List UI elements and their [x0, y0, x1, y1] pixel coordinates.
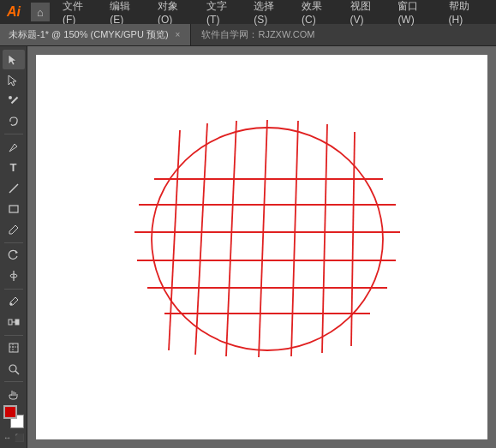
svg-line-27	[195, 123, 207, 355]
reset-colors-button[interactable]: ⬛	[15, 433, 25, 443]
menu-object[interactable]: 对象(O)	[152, 0, 199, 27]
selection-tool[interactable]	[3, 50, 25, 69]
separator-1	[4, 134, 23, 134]
svg-line-4	[15, 144, 17, 146]
drawing-canvas	[27, 46, 496, 448]
menu-view[interactable]: 视图(V)	[344, 0, 391, 27]
hand-tool[interactable]	[3, 385, 25, 404]
paintbrush-tool[interactable]	[3, 220, 25, 240]
svg-rect-14	[9, 343, 18, 352]
menu-bar: 文件(F) 编辑(E) 对象(O) 文字(T) 选择(S) 效果(C) 视图(V…	[57, 0, 489, 27]
active-tab[interactable]: 未标题-1* @ 150% (CMYK/GPU 预览) ×	[0, 24, 191, 45]
svg-point-19	[152, 128, 383, 350]
separator-4	[4, 335, 23, 336]
zoom-tool[interactable]	[3, 359, 25, 379]
left-toolbar: T	[0, 46, 27, 448]
svg-point-10	[9, 303, 12, 306]
menu-help[interactable]: 帮助(H)	[443, 0, 489, 27]
menu-effect[interactable]: 效果(C)	[296, 0, 342, 27]
svg-line-18	[15, 371, 19, 374]
tab-bar: 未标题-1* @ 150% (CMYK/GPU 预览) × 软件自学网：RJZX…	[0, 24, 496, 46]
svg-line-31	[322, 124, 327, 353]
tab-close-button[interactable]: ×	[174, 30, 182, 39]
svg-rect-11	[9, 320, 12, 325]
slice-tool[interactable]	[3, 338, 25, 358]
svg-marker-0	[9, 55, 16, 65]
ai-logo: Ai	[7, 4, 21, 20]
rotate-tool[interactable]	[3, 246, 25, 266]
svg-line-26	[169, 130, 180, 350]
menu-window[interactable]: 窗口(W)	[391, 0, 440, 27]
separator-2	[4, 242, 23, 243]
separator-5	[4, 381, 23, 382]
main-area: T	[0, 46, 496, 448]
separator-3	[4, 289, 23, 290]
blend-tool[interactable]	[3, 313, 25, 332]
menu-edit[interactable]: 编辑(E)	[104, 0, 150, 27]
svg-line-30	[291, 121, 298, 356]
svg-line-28	[226, 121, 236, 356]
home-button[interactable]: ⌂	[31, 3, 50, 21]
svg-rect-2	[10, 96, 17, 103]
menu-text[interactable]: 文字(T)	[200, 0, 246, 27]
svg-point-17	[9, 365, 16, 372]
color-selector[interactable]	[2, 405, 26, 428]
svg-marker-7	[15, 250, 18, 254]
width-tool[interactable]	[3, 266, 25, 286]
magic-wand-tool[interactable]	[3, 91, 25, 111]
menu-select[interactable]: 选择(S)	[248, 0, 294, 27]
rectangle-tool[interactable]	[3, 200, 25, 219]
tab-title: 未标题-1* @ 150% (CMYK/GPU 预览)	[9, 28, 169, 41]
eyedropper-tool[interactable]	[3, 292, 25, 312]
website-label: 软件自学网：RJZXW.COM	[201, 28, 314, 41]
svg-rect-6	[9, 206, 18, 212]
pen-tool[interactable]	[3, 137, 25, 157]
svg-line-5	[9, 184, 18, 193]
title-bar: Ai ⌂ 文件(F) 编辑(E) 对象(O) 文字(T) 选择(S) 效果(C)…	[0, 0, 496, 24]
svg-marker-1	[9, 75, 16, 86]
line-tool[interactable]	[3, 178, 25, 198]
foreground-color-box[interactable]	[3, 405, 17, 419]
type-tool[interactable]: T	[3, 158, 25, 177]
svg-point-3	[9, 96, 12, 99]
menu-file[interactable]: 文件(F)	[57, 0, 102, 27]
svg-rect-12	[15, 320, 19, 325]
direct-selection-tool[interactable]	[3, 70, 25, 90]
canvas-area[interactable]	[27, 46, 496, 448]
lasso-tool[interactable]	[3, 111, 25, 131]
swap-colors-button[interactable]: ↔	[3, 433, 13, 443]
svg-line-29	[259, 120, 267, 357]
